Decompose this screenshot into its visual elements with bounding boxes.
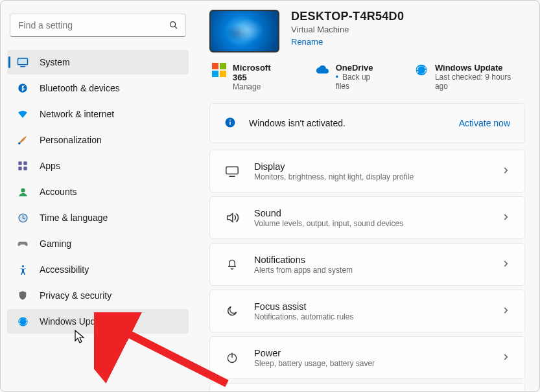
sidebar-item-label: Personalization	[40, 135, 102, 145]
svg-rect-16	[229, 121, 231, 124]
globe-clock-icon	[16, 211, 29, 224]
tile-windows-update[interactable]: Windows Update Last checked: 9 hours ago	[414, 63, 525, 91]
tile-title: OneDrive	[336, 63, 386, 73]
card-subtitle: Sleep, battery usage, battery saver	[254, 359, 501, 368]
sidebar-item-label: Accounts	[40, 187, 77, 197]
card-power[interactable]: Power Sleep, battery usage, battery save…	[209, 336, 525, 379]
bell-icon	[224, 258, 240, 271]
svg-rect-2	[18, 58, 28, 65]
info-icon	[224, 117, 236, 130]
search-container	[10, 14, 186, 37]
card-title: Focus assist	[254, 301, 501, 312]
card-subtitle: Monitors, brightness, night light, displ…	[254, 172, 501, 181]
sidebar-item-accessibility[interactable]: Accessibility	[7, 257, 189, 282]
device-subtitle: Virtual Machine	[291, 25, 404, 34]
card-sound[interactable]: Sound Volume levels, output, input, soun…	[209, 196, 525, 239]
sidebar-item-label: Time & language	[40, 213, 108, 223]
sidebar-item-label: Accessibility	[40, 264, 89, 275]
chevron-right-icon	[501, 306, 510, 317]
sidebar-item-time-language[interactable]: Time & language	[7, 205, 189, 230]
sidebar-item-label: System	[40, 57, 70, 67]
search-icon	[169, 20, 178, 32]
tile-subtitle: Back up files	[336, 73, 386, 91]
card-notifications[interactable]: Notifications Alerts from apps and syste…	[209, 243, 525, 286]
chevron-right-icon	[501, 166, 510, 177]
sidebar-item-label: Windows Update	[40, 316, 108, 327]
chevron-right-icon	[501, 213, 510, 224]
svg-rect-6	[18, 161, 21, 165]
tile-title: Windows Update	[435, 63, 525, 73]
tile-onedrive[interactable]: OneDrive Back up files	[315, 63, 386, 91]
card-subtitle: Alerts from apps and system	[254, 266, 501, 275]
search-input[interactable]	[10, 14, 186, 37]
sidebar-item-system[interactable]: System	[7, 50, 189, 75]
display-icon	[224, 164, 240, 178]
system-icon	[16, 56, 29, 69]
wifi-icon	[16, 108, 29, 121]
accessibility-icon	[16, 263, 29, 276]
card-title: Sound	[254, 208, 501, 218]
update-icon	[16, 315, 29, 328]
cloud-icon	[315, 63, 329, 77]
storage-icon	[224, 391, 240, 391]
svg-rect-17	[229, 119, 231, 121]
svg-rect-18	[226, 167, 238, 174]
gamepad-icon	[16, 237, 29, 250]
device-header: DESKTOP-T4R54D0 Virtual Machine Rename	[209, 10, 525, 52]
tile-subtitle: Last checked: 9 hours ago	[435, 73, 525, 91]
sidebar-item-label: Network & internet	[40, 109, 114, 119]
moon-icon	[224, 305, 240, 317]
card-subtitle: Volume levels, output, input, sound devi…	[254, 219, 501, 228]
device-name: DESKTOP-T4R54D0	[291, 10, 404, 23]
bluetooth-icon	[16, 82, 29, 95]
apps-icon	[16, 159, 29, 172]
brush-icon	[16, 133, 29, 146]
update-icon	[414, 63, 428, 77]
tile-title: Microsoft 365	[233, 63, 287, 82]
rename-link[interactable]: Rename	[291, 37, 404, 47]
svg-point-5	[18, 143, 20, 144]
sidebar-item-apps[interactable]: Apps	[7, 154, 189, 178]
sidebar-item-label: Gaming	[40, 238, 71, 249]
sidebar-item-privacy[interactable]: Privacy & security	[7, 283, 189, 308]
svg-rect-8	[18, 167, 21, 170]
tile-subtitle: Manage	[233, 82, 287, 91]
svg-point-10	[21, 188, 25, 192]
sidebar-item-windows-update[interactable]: Windows Update	[7, 309, 189, 334]
person-icon	[16, 185, 29, 198]
sidebar-item-label: Apps	[40, 161, 60, 171]
tile-microsoft-365[interactable]: Microsoft 365 Manage	[212, 63, 287, 91]
card-subtitle: Notifications, automatic rules	[254, 312, 501, 321]
card-title: Power	[254, 348, 501, 358]
sound-icon	[224, 211, 240, 225]
svg-rect-7	[23, 161, 27, 165]
activation-text: Windows isn't activated.	[249, 118, 459, 128]
power-icon	[224, 351, 240, 364]
activate-now-link[interactable]: Activate now	[459, 118, 510, 128]
card-title: Notifications	[254, 255, 501, 265]
sidebar-item-gaming[interactable]: Gaming	[7, 231, 189, 256]
shield-icon	[16, 289, 29, 302]
microsoft-365-icon	[212, 63, 226, 77]
svg-point-4	[18, 84, 27, 92]
activation-banner[interactable]: Windows isn't activated. Activate now	[209, 103, 525, 143]
svg-line-1	[175, 27, 177, 29]
sidebar-item-label: Bluetooth & devices	[40, 83, 120, 93]
chevron-right-icon	[501, 352, 510, 363]
wallpaper-thumbnail[interactable]	[209, 10, 279, 52]
chevron-right-icon	[501, 259, 510, 270]
sidebar-item-network[interactable]: Network & internet	[7, 102, 189, 126]
card-display[interactable]: Display Monitors, brightness, night ligh…	[209, 150, 525, 192]
sidebar-item-label: Privacy & security	[40, 290, 112, 301]
sidebar-item-bluetooth[interactable]: Bluetooth & devices	[7, 76, 189, 100]
card-title: Display	[254, 161, 501, 172]
card-focus-assist[interactable]: Focus assist Notifications, automatic ru…	[209, 290, 525, 332]
svg-point-0	[170, 22, 176, 27]
svg-rect-9	[23, 167, 27, 170]
card-storage[interactable]: Storage	[209, 383, 525, 391]
sidebar-item-accounts[interactable]: Accounts	[7, 179, 189, 204]
sidebar-item-personalization[interactable]: Personalization	[7, 128, 189, 152]
svg-point-12	[21, 265, 23, 267]
